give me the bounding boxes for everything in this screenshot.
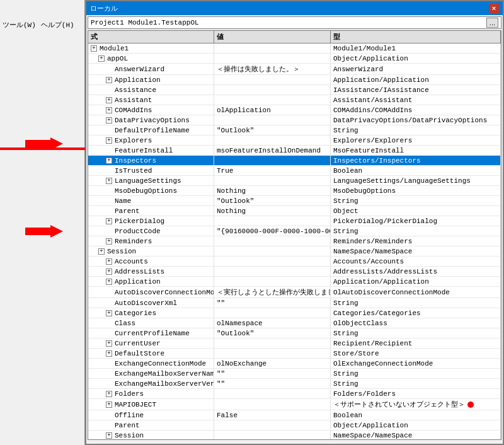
table-row[interactable]: AssistanceIAssistance/IAssistance [88, 85, 501, 95]
red-line-1 [0, 147, 85, 150]
expand-icon[interactable]: + [106, 117, 112, 124]
expand-icon[interactable]: + [106, 258, 112, 265]
expand-icon[interactable]: + [106, 97, 112, 103]
variable-type: OlObjectClass [331, 318, 501, 328]
table-row[interactable]: ProductCode"{90160000-000F-0000-1000-000… [88, 226, 501, 236]
variable-type: Assistant/Assistant [331, 95, 501, 105]
table-row[interactable]: +AssistantAssistant/Assistant [88, 95, 501, 105]
variable-name: Module1 [100, 45, 129, 52]
variable-value: Nothing [214, 206, 331, 216]
table-row[interactable]: AutoDiscoverConnectionMode＜実行しようとした操作が失敗… [88, 287, 501, 298]
variable-type: Application/Application [331, 277, 501, 286]
menu-tools[interactable]: ツール(W) [3, 20, 36, 30]
table-row[interactable]: +AddressListsAddressLists/AddressLists [88, 267, 501, 277]
variable-type: NameSpace/NameSpace [331, 246, 501, 256]
table-row[interactable]: OfflineFalseBoolean [88, 410, 501, 420]
expand-icon[interactable]: + [98, 248, 105, 255]
expand-icon[interactable]: + [106, 158, 112, 164]
expand-icon[interactable]: + [106, 340, 112, 347]
table-row[interactable]: +DefaultStoreStore/Store [88, 349, 501, 359]
variable-type: String [331, 369, 501, 378]
table-row[interactable]: +ApplicationApplication/Application [88, 75, 501, 85]
variable-name: ExchangeConnectionMode [115, 360, 206, 367]
table-row[interactable]: +PickerDialogPickerDialog/PickerDialog [88, 216, 501, 226]
table-row[interactable]: IsTrustedTrueBoolean [88, 166, 501, 176]
variable-type: Boolean [331, 410, 501, 420]
table-row[interactable]: ExchangeMailboxServerVersion""String [88, 379, 501, 389]
variable-value: "" [214, 379, 331, 388]
variable-name: Parent [115, 422, 140, 429]
expand-icon[interactable]: + [106, 107, 112, 113]
variable-type: IAssistance/IAssistance [331, 85, 501, 95]
table-row[interactable]: AutoDiscoverXml""String [88, 298, 501, 308]
expand-icon[interactable]: + [98, 55, 105, 62]
variable-value: "" [214, 298, 331, 308]
table-row[interactable]: CurrentProfileName"Outlook"String [88, 328, 501, 338]
table-row[interactable]: +SessionNameSpace/NameSpace [88, 246, 501, 257]
variable-type: Module1/Module1 [331, 43, 501, 53]
close-button[interactable]: × [489, 3, 499, 13]
expand-icon[interactable]: + [106, 178, 112, 184]
variable-value [214, 216, 331, 226]
table-row[interactable]: +CurrentUserRecipient/Recipient [88, 338, 501, 349]
expand-icon[interactable]: + [106, 391, 112, 397]
expand-icon[interactable]: + [106, 279, 112, 285]
expand-icon[interactable]: + [106, 350, 112, 357]
variables-table[interactable]: 式 値 型 +Module1Module1/Module1+appOLObjec… [88, 30, 501, 440]
expand-icon[interactable]: + [106, 269, 112, 275]
table-row[interactable]: AnswerWizard＜操作は失敗しました。＞AnswerWizard [88, 64, 501, 75]
table-row[interactable]: +FoldersFolders/Folders [88, 389, 501, 399]
expand-icon[interactable]: + [106, 402, 112, 408]
table-row[interactable]: ParentNothingObject [88, 206, 501, 216]
expand-icon[interactable]: + [106, 310, 112, 316]
variable-name: Session [115, 432, 144, 439]
variable-type: Reminders/Reminders [331, 236, 501, 246]
table-row[interactable]: +ApplicationApplication/Application [88, 277, 501, 287]
expand-icon[interactable]: + [91, 45, 97, 52]
dialog-title: ローカル [90, 4, 118, 13]
title-bar: ローカル × [86, 1, 503, 15]
variable-name: DefaultProfileName [115, 127, 190, 134]
variable-type: Boolean [331, 166, 501, 175]
variable-name: Accounts [115, 258, 148, 265]
table-body: +Module1Module1/Module1+appOLObject/Appl… [88, 43, 501, 440]
expand-icon[interactable]: + [106, 218, 112, 224]
variable-name: MAPIOBJECT [115, 401, 156, 408]
variable-name: Reminders [115, 238, 152, 245]
table-row[interactable]: +SessionNameSpace/NameSpace [88, 431, 501, 440]
table-row[interactable]: ClassolNamespaceOlObjectClass [88, 318, 501, 328]
variable-type: AddressLists/AddressLists [331, 267, 501, 276]
variable-name: MsoDebugOptions [115, 187, 177, 195]
table-row[interactable]: ExchangeConnectionModeolNoExchangeOlExch… [88, 359, 501, 369]
table-row[interactable]: +ExplorersExplorers/Explorers [88, 136, 501, 146]
table-row[interactable]: +RemindersReminders/Reminders [88, 236, 501, 246]
table-row[interactable]: +MAPIOBJECT＜サポートされていないオブジェクト型＞ [88, 399, 501, 410]
variable-name: Parent [115, 207, 140, 215]
table-row[interactable]: FeatureInstallmsoFeatureInstallOnDemandM… [88, 146, 501, 156]
col-header-expression: 式 [88, 31, 214, 43]
table-row[interactable]: +appOLObject/Application [88, 54, 501, 64]
expand-icon[interactable]: + [106, 77, 112, 83]
table-row[interactable]: +LanguageSettingsLanguageSettings/Langua… [88, 176, 501, 186]
variable-name: Name [115, 197, 131, 205]
path-more-button[interactable]: ... [486, 18, 498, 28]
expand-icon[interactable]: + [106, 432, 112, 439]
table-row[interactable]: +AccountsAccounts/Accounts [88, 257, 501, 267]
table-row[interactable]: Name"Outlook"String [88, 196, 501, 206]
variable-type: String [331, 298, 501, 308]
table-row[interactable]: +COMAddInsolApplicationCOMAddins/COMAddI… [88, 105, 501, 115]
expand-icon[interactable]: + [106, 238, 112, 245]
expand-icon[interactable]: + [106, 137, 112, 144]
table-row[interactable]: +InspectorsInspectors/Inspectors [88, 156, 501, 166]
table-row[interactable]: ParentObject/Application [88, 420, 501, 431]
table-row[interactable]: +DataPrivacyOptionsDataPrivacyOptions/Da… [88, 115, 501, 125]
variable-value: Nothing [214, 186, 331, 195]
table-row[interactable]: MsoDebugOptionsNothingMsoDebugOptions [88, 186, 501, 196]
table-row[interactable]: +Module1Module1/Module1 [88, 43, 501, 54]
table-row[interactable]: ExchangeMailboxServerName""String [88, 369, 501, 379]
table-row[interactable]: DefaultProfileName"Outlook"String [88, 125, 501, 136]
menu-help[interactable]: ヘルプ(H) [41, 20, 74, 30]
table-row[interactable]: +CategoriesCategories/Categories [88, 308, 501, 318]
variable-type: Store/Store [331, 349, 501, 358]
variable-type: String [331, 196, 501, 205]
